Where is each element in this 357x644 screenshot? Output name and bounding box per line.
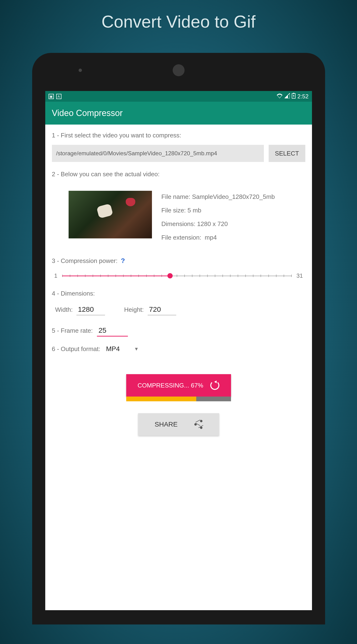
file-name-value: SampleVideo_1280x720_5mb <box>192 193 275 200</box>
step4-label: 4 - Dimensions: <box>52 290 305 297</box>
file-name-label: File name: <box>162 193 190 200</box>
page-title: Convert Video to Gif <box>102 12 256 32</box>
app-icon: A <box>56 94 62 99</box>
dimensions-label: Dimensions: <box>162 220 196 228</box>
help-icon[interactable]: ? <box>121 257 125 264</box>
slider-max: 31 <box>296 272 303 279</box>
app-bar: Video Compressor <box>45 102 312 124</box>
step6-label: 6 - Output format: <box>52 345 100 353</box>
step2-label: 2 - Below you can see the actual video: <box>52 170 305 178</box>
image-icon: ▣ <box>48 94 54 99</box>
ext-value: mp4 <box>205 234 217 241</box>
width-input[interactable] <box>76 304 105 315</box>
file-path-display: /storage/emulated/0/Movies/SampleVideo_1… <box>52 145 264 162</box>
content: 1 - First select the video you want to c… <box>45 124 312 610</box>
step1-label: 1 - First select the video you want to c… <box>52 132 305 139</box>
slider-min: 1 <box>54 272 58 279</box>
share-label: SHARE <box>154 420 178 428</box>
screen: ▣ A 2:52 Video Compressor 1 - First sele… <box>45 91 312 610</box>
compression-slider[interactable] <box>62 272 292 279</box>
app-title: Video Compressor <box>52 108 123 118</box>
phone-frame: ▣ A 2:52 Video Compressor 1 - First sele… <box>32 53 325 624</box>
file-size-label: File size: <box>162 207 186 214</box>
status-time: 2:52 <box>298 93 309 100</box>
file-size-value: 5 mb <box>188 207 201 214</box>
progress-bar <box>126 396 231 401</box>
height-input[interactable] <box>148 304 176 315</box>
output-format-dropdown[interactable]: MP4 ▼ <box>106 345 138 353</box>
battery-icon <box>292 93 296 100</box>
step5-label: 5 - Frame rate: <box>52 327 93 334</box>
phone-led <box>78 68 82 72</box>
share-icon <box>194 420 202 429</box>
step3-label: 3 - Compression power: <box>52 257 118 264</box>
signal-icon <box>284 93 290 100</box>
ext-label: File extension: <box>162 234 202 241</box>
phone-speaker <box>173 64 184 76</box>
svg-rect-1 <box>293 93 294 94</box>
wifi-icon <box>276 93 283 100</box>
select-button[interactable]: SELECT <box>269 145 305 162</box>
frame-rate-input[interactable] <box>97 325 128 336</box>
compress-button[interactable]: COMPRESSING... 67% <box>126 374 231 396</box>
video-thumbnail <box>68 191 152 238</box>
status-bar: ▣ A 2:52 <box>45 91 312 102</box>
height-label: Height: <box>124 306 144 314</box>
compress-label: COMPRESSING... 67% <box>138 382 204 389</box>
video-meta: File name: SampleVideo_1280x720_5mb File… <box>162 191 275 241</box>
spinner-icon <box>210 381 219 390</box>
width-label: Width: <box>55 306 73 314</box>
share-button[interactable]: SHARE <box>138 413 219 436</box>
chevron-down-icon: ▼ <box>134 346 139 352</box>
dimensions-value: 1280 x 720 <box>197 220 228 228</box>
output-format-value: MP4 <box>106 345 120 353</box>
